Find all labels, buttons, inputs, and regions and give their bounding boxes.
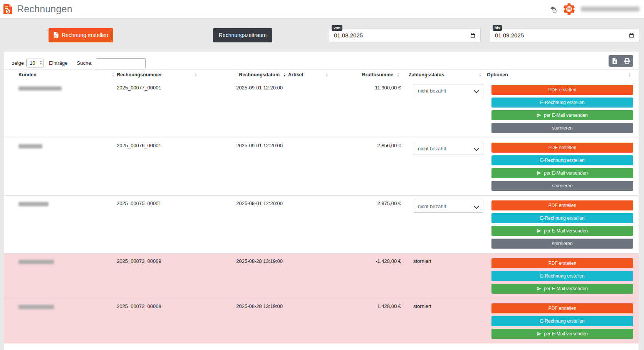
row-actions: PDF erstellenE-Rechnung erstellenper E-M… xyxy=(484,254,633,298)
paper-plane-icon xyxy=(537,171,542,175)
e-rechnung-erstellen-button[interactable]: E-Rechnung erstellen xyxy=(491,98,633,108)
page: $ Rechnungen M xyxy=(0,0,644,350)
pdf-erstellen-button[interactable]: PDF erstellen xyxy=(491,303,633,313)
pdf-erstellen-button[interactable]: PDF erstellen xyxy=(491,258,633,268)
payment-status-select[interactable]: nicht bezahlt xyxy=(413,142,483,155)
customer-name-redacted xyxy=(18,305,54,309)
page-title: Rechnungen xyxy=(17,3,72,15)
customer-name-redacted xyxy=(18,144,42,148)
app-bar: $ Rechnungen M xyxy=(0,0,644,19)
table-row: 2025_00073_000082025-08-28 13:19:001.428… xyxy=(4,298,639,343)
svg-text:M: M xyxy=(567,7,571,11)
date-from-field: von xyxy=(329,28,481,42)
sort-icon: ▲▼ xyxy=(283,72,286,77)
e-rechnung-erstellen-button[interactable]: E-Rechnung erstellen xyxy=(491,316,633,326)
article-cell xyxy=(288,138,330,195)
column-header-kunden[interactable]: Kunden▲▼ xyxy=(18,72,117,77)
payment-status-select[interactable]: nicht bezahlt xyxy=(413,200,483,213)
invoice-date: 2025-09-01 12:20:00 xyxy=(200,80,288,138)
stornieren-button[interactable]: stornieren xyxy=(491,239,633,249)
stornieren-button[interactable]: stornieren xyxy=(491,181,633,191)
customer-cell xyxy=(18,196,117,253)
article-cell xyxy=(288,196,330,253)
svg-text:$: $ xyxy=(7,9,9,13)
sort-icon: ▲▼ xyxy=(112,72,114,77)
excel-export-button[interactable] xyxy=(609,55,621,67)
date-from-badge: von xyxy=(332,25,342,31)
sort-icon: ▲▼ xyxy=(397,72,399,77)
per-email-versenden-button[interactable]: per E-Mail versenden xyxy=(491,284,633,294)
per-email-versenden-button[interactable]: per E-Mail versenden xyxy=(491,329,633,339)
customer-name-redacted xyxy=(18,202,49,206)
per-email-versenden-button[interactable]: per E-Mail versenden xyxy=(491,110,633,120)
customer-cell xyxy=(18,138,117,195)
table-row: 2025_00076_000012025-09-01 12:20:002.856… xyxy=(4,138,639,195)
payment-status-cell: nicht bezahlt xyxy=(402,80,484,138)
sort-icon: ▲▼ xyxy=(195,72,197,77)
excel-file-icon xyxy=(612,58,617,64)
column-header-rechnungsdatum[interactable]: Rechnungsdatum▲▼ xyxy=(200,72,288,77)
export-button-group xyxy=(609,55,633,67)
file-plus-icon xyxy=(54,32,59,38)
payment-status-cell: nicht bezahlt xyxy=(402,196,484,253)
invoice-number: 2025_00073_00009 xyxy=(117,254,200,298)
table-row: 2025_00077_000012025-09-01 12:20:0011.90… xyxy=(4,80,639,138)
per-email-versenden-button[interactable]: per E-Mail versenden xyxy=(491,168,633,178)
invoice-dollar-icon: $ xyxy=(3,3,13,15)
paper-plane-icon xyxy=(537,229,542,233)
customer-cell xyxy=(18,80,117,138)
invoice-number: 2025_00075_00001 xyxy=(117,196,200,253)
table-header-row: Kunden▲▼Rechnungsnummer▲▼Rechnungsdatum▲… xyxy=(4,69,639,80)
page-size-select[interactable]: 10 xyxy=(26,59,44,67)
gross-total: 1.428,00 € xyxy=(330,299,402,343)
invoice-date: 2025-08-28 13:19:00 xyxy=(200,254,288,298)
paper-plane-icon xyxy=(537,286,542,291)
column-header-optionen[interactable]: Optionen▲▼ xyxy=(484,72,633,77)
paper-plane-icon xyxy=(537,331,542,336)
search-input[interactable] xyxy=(96,58,146,68)
e-rechnung-erstellen-button[interactable]: E-Rechnung erstellen xyxy=(491,271,633,281)
payment-status-select[interactable]: nicht bezahlt xyxy=(413,84,483,97)
invoice-period-button[interactable]: Rechnungszeitraum xyxy=(213,28,272,42)
print-button[interactable] xyxy=(621,55,633,67)
pdf-erstellen-button[interactable]: PDF erstellen xyxy=(491,143,633,153)
invoice-number: 2025_00077_00001 xyxy=(117,80,200,138)
create-invoice-button[interactable]: Rechnung erstellen xyxy=(49,28,113,42)
app-bar-right: M xyxy=(548,3,639,15)
stornieren-button[interactable]: stornieren xyxy=(491,123,633,133)
date-to-input[interactable] xyxy=(495,32,572,39)
invoice-date: 2025-09-01 12:20:00 xyxy=(200,196,288,253)
sort-icon: ▲▼ xyxy=(628,72,631,77)
column-header-bruttosumme[interactable]: Bruttosumme▲▼ xyxy=(330,72,402,77)
payment-status-text: storniert xyxy=(402,299,484,343)
column-header-zahlungsstatus[interactable]: Zahlungsstatus▲▼ xyxy=(402,72,484,77)
payment-status-cell: nicht bezahlt xyxy=(402,138,484,195)
invoice-date: 2025-09-01 12:20:00 xyxy=(200,138,288,195)
paper-plane-icon xyxy=(537,113,542,118)
invoice-date: 2025-08-28 13:19:00 xyxy=(200,299,288,343)
article-cell xyxy=(288,80,330,138)
gross-total: 11.900,00 € xyxy=(330,80,402,138)
column-header-artikel[interactable]: Artikel▲▼ xyxy=(288,72,330,77)
gear-logo-icon[interactable]: M xyxy=(563,3,575,15)
date-to-field: bis xyxy=(490,28,639,42)
per-email-versenden-button[interactable]: per E-Mail versenden xyxy=(491,226,633,236)
calendar-icon[interactable] xyxy=(470,32,476,38)
column-header-rechnungsnummer[interactable]: Rechnungsnummer▲▼ xyxy=(117,72,200,77)
calendar-icon[interactable] xyxy=(629,32,634,38)
printer-icon xyxy=(624,58,630,64)
row-actions: PDF erstellenE-Rechnung erstellenper E-M… xyxy=(484,80,633,138)
pdf-erstellen-button[interactable]: PDF erstellen xyxy=(491,85,633,95)
sort-icon: ▲▼ xyxy=(325,72,328,77)
date-from-input[interactable] xyxy=(334,32,411,39)
back-to-site-icon[interactable] xyxy=(548,5,557,13)
table-row: 2025_00075_000012025-09-01 12:20:002.975… xyxy=(4,195,639,253)
e-rechnung-erstellen-button[interactable]: E-Rechnung erstellen xyxy=(491,155,633,165)
customer-cell xyxy=(18,254,117,298)
article-cell xyxy=(288,299,330,343)
e-rechnung-erstellen-button[interactable]: E-Rechnung erstellen xyxy=(491,213,633,223)
gross-total: -1.428,00 € xyxy=(330,254,402,298)
row-actions: PDF erstellenE-Rechnung erstellenper E-M… xyxy=(484,138,633,195)
row-actions: PDF erstellenE-Rechnung erstellenper E-M… xyxy=(484,196,633,253)
pdf-erstellen-button[interactable]: PDF erstellen xyxy=(491,200,633,210)
